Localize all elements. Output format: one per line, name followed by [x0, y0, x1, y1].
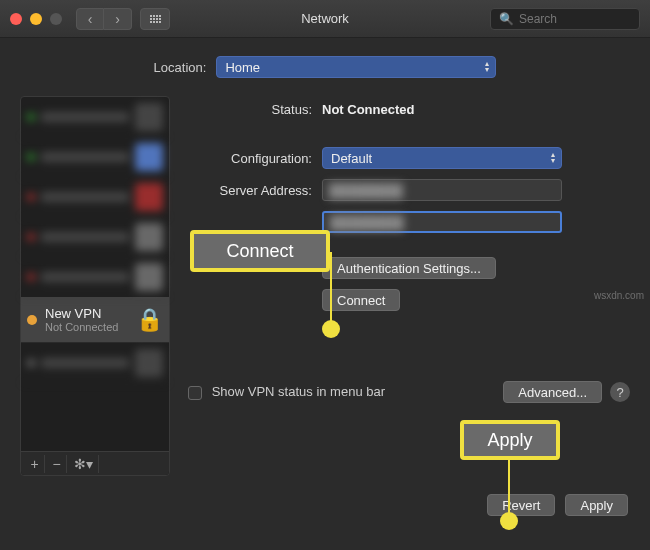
chevron-updown-icon: ▴▾ [485, 61, 489, 73]
connect-button[interactable]: Connect [322, 289, 400, 311]
main-panel: Status: Not Connected Configuration: Def… [182, 96, 630, 476]
configuration-popup[interactable]: Default ▴▾ [322, 147, 562, 169]
service-item[interactable] [21, 343, 169, 383]
server-address-field[interactable]: ████████ [322, 179, 562, 201]
lock-icon: 🔒 [136, 307, 163, 333]
server-address-label: Server Address: [182, 183, 322, 198]
apply-button[interactable]: Apply [565, 494, 628, 516]
window-controls [10, 13, 62, 25]
configuration-value: Default [331, 151, 372, 166]
location-popup[interactable]: Home ▴▾ [216, 56, 496, 78]
status-label: Status: [182, 102, 322, 117]
services-sidebar: New VPN Not Connected 🔒 + − ✻▾ [20, 96, 170, 476]
help-button[interactable]: ? [610, 382, 630, 402]
search-icon: 🔍 [499, 12, 514, 26]
service-item[interactable] [21, 257, 169, 297]
bottom-button-row: Revert Apply [0, 488, 650, 516]
search-field-wrap[interactable]: 🔍 [490, 8, 640, 30]
remove-service-button[interactable]: − [47, 455, 67, 473]
title-bar: ‹ › Network 🔍 [0, 0, 650, 38]
show-all-button[interactable] [140, 8, 170, 30]
service-item[interactable] [21, 177, 169, 217]
status-value: Not Connected [322, 102, 630, 117]
add-service-button[interactable]: + [25, 455, 45, 473]
forward-button[interactable]: › [104, 8, 132, 30]
vpn-status: Not Connected [45, 321, 130, 333]
close-window-button[interactable] [10, 13, 22, 25]
location-label: Location: [154, 60, 207, 75]
configuration-label: Configuration: [182, 151, 322, 166]
minimize-window-button[interactable] [30, 13, 42, 25]
service-item[interactable] [21, 217, 169, 257]
window-title: Network [301, 11, 349, 26]
authentication-settings-button[interactable]: Authentication Settings... [322, 257, 496, 279]
service-actions-button[interactable]: ✻▾ [69, 455, 99, 473]
watermark: wsxdn.com [594, 290, 644, 301]
grid-icon [150, 15, 161, 23]
show-vpn-menubar-label: Show VPN status in menu bar [212, 384, 385, 399]
service-item[interactable] [21, 137, 169, 177]
sidebar-footer: + − ✻▾ [21, 451, 169, 475]
zoom-window-button[interactable] [50, 13, 62, 25]
vpn-name: New VPN [45, 306, 130, 321]
location-value: Home [225, 60, 260, 75]
chevron-updown-icon: ▴▾ [551, 152, 555, 164]
location-row: Location: Home ▴▾ [0, 38, 650, 96]
back-button[interactable]: ‹ [76, 8, 104, 30]
service-item[interactable] [21, 97, 169, 137]
revert-button[interactable]: Revert [487, 494, 555, 516]
advanced-button[interactable]: Advanced... [503, 381, 602, 403]
search-input[interactable] [519, 12, 631, 26]
nav-buttons: ‹ › [76, 8, 132, 30]
status-dot-icon [27, 315, 37, 325]
account-name-field[interactable]: ████████ [322, 211, 562, 233]
service-item-vpn[interactable]: New VPN Not Connected 🔒 [21, 297, 169, 343]
show-vpn-menubar-checkbox[interactable] [188, 386, 202, 400]
